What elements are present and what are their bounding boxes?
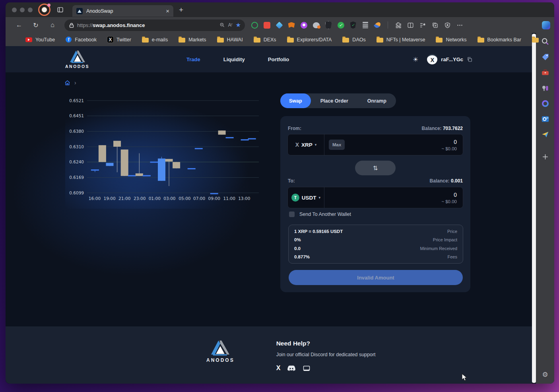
bookmark-bookmarks-bar[interactable]: Bookmarks Bar: [477, 37, 521, 43]
bookmark-label: HAWAI: [227, 37, 243, 43]
xrp-account-icon: X: [427, 54, 437, 64]
tab-close-icon[interactable]: ×: [166, 8, 169, 14]
detail-label: Minimum Received: [420, 246, 457, 251]
from-amount-input[interactable]: 0: [441, 139, 457, 145]
docs-book-icon[interactable]: [303, 365, 311, 372]
page-scrollbar[interactable]: [532, 33, 536, 384]
folder-icon: [287, 38, 294, 43]
nav-portfolio[interactable]: Portfolio: [268, 56, 289, 62]
to-amount-input[interactable]: 0: [441, 192, 457, 198]
scrollbar-thumb[interactable]: [532, 34, 536, 383]
url-text[interactable]: https://swap.anodos.finance: [77, 22, 216, 28]
detail-label: Price Impact: [433, 237, 457, 242]
zoom-out-icon[interactable]: [219, 22, 225, 28]
max-button[interactable]: Max: [329, 140, 345, 150]
discord-icon[interactable]: [287, 365, 296, 372]
bookmark-explorers-data[interactable]: Explorers/DATA: [287, 37, 332, 43]
nav-trade[interactable]: Trade: [186, 56, 200, 62]
sidebar-drop-icon[interactable]: [541, 130, 549, 139]
breadcrumb: ›: [64, 80, 76, 86]
bookmark-youtube[interactable]: YouTube: [25, 37, 55, 43]
green-refresh-extension-icon[interactable]: [250, 21, 258, 29]
send-to-another-wallet-checkbox[interactable]: [289, 212, 295, 217]
bookmark-label: e-mails: [152, 37, 168, 43]
gem-extension-icon[interactable]: [275, 21, 283, 29]
bookmark-dexs[interactable]: DEXs: [254, 37, 276, 43]
bookmark-twitter[interactable]: XTwitter: [107, 37, 131, 43]
from-token-selector[interactable]: X XRP ▾: [288, 134, 324, 155]
bookmark-markets[interactable]: Markets: [179, 37, 206, 43]
svg-text:0.6521: 0.6521: [69, 98, 84, 103]
split-screen-icon[interactable]: [406, 21, 414, 29]
tab-swap[interactable]: Swap: [280, 93, 311, 108]
home-icon[interactable]: ⌂: [48, 21, 57, 29]
minimize-window-button[interactable]: [20, 8, 25, 12]
browser-tab-anodoswap[interactable]: AnodoSwap ×: [72, 5, 173, 17]
favorites-list-icon[interactable]: [419, 21, 427, 29]
bookmark-hawai[interactable]: HAWAI: [217, 37, 243, 43]
sidebar-shopping-icon[interactable]: [541, 52, 549, 61]
shield-dark-extension-icon[interactable]: [324, 21, 332, 29]
theme-toggle-sun-icon[interactable]: ☀: [413, 56, 418, 63]
puzzle-icon[interactable]: [394, 21, 402, 29]
rabby-extension-icon[interactable]: [312, 21, 320, 29]
address-bar[interactable]: https://swap.anodos.finance Aʳ ★: [64, 19, 245, 31]
detail-label: Price: [447, 229, 457, 234]
flame-extension-icon[interactable]: [374, 21, 382, 29]
bookmark-daos[interactable]: DAOs: [342, 37, 365, 43]
favorite-star-icon[interactable]: ★: [236, 21, 241, 29]
sidebar-outlook-icon[interactable]: [541, 114, 549, 123]
zoom-window-button[interactable]: [28, 8, 33, 12]
sidebar-loop-icon[interactable]: [541, 99, 549, 108]
to-token-selector[interactable]: T USDT ▾: [288, 187, 324, 208]
svg-text:05:00: 05:00: [179, 196, 190, 201]
youtube-icon: [25, 37, 32, 42]
logo-wordmark: ANODOS: [65, 64, 89, 69]
browser-profile-avatar[interactable]: [38, 4, 50, 16]
sidebar-toolbox-icon[interactable]: [541, 68, 549, 77]
privacy-shield-icon[interactable]: [443, 21, 451, 29]
home-breadcrumb-icon[interactable]: [64, 80, 70, 86]
anodos-logo[interactable]: ANODOS: [65, 50, 89, 69]
sidebar-settings-gear-icon[interactable]: ⚙: [542, 371, 548, 379]
footer-logo-wordmark: ANODOS: [206, 357, 235, 363]
nav-liquidity[interactable]: Liquidity: [223, 56, 245, 62]
x-twitter-icon[interactable]: X: [276, 365, 281, 372]
folder-icon: [142, 38, 149, 43]
invalid-amount-button[interactable]: Invalid Amount: [289, 270, 463, 285]
sidebar-games-icon[interactable]: [541, 83, 549, 92]
main-nav: Trade Liquidity Portfolio: [186, 56, 289, 62]
sidebar-add-icon[interactable]: [541, 152, 549, 161]
copilot-icon[interactable]: [542, 21, 550, 29]
close-window-button[interactable]: [12, 8, 17, 12]
phantom-extension-icon[interactable]: [300, 21, 308, 29]
bookmark-label: Bookmarks Bar: [487, 37, 521, 43]
back-icon[interactable]: ←: [14, 21, 24, 29]
green-check-extension-icon[interactable]: ✓: [337, 21, 345, 29]
more-dots-icon[interactable]: [456, 21, 464, 29]
bookmark-nfts-metaverse[interactable]: NFTs | Metaverse: [377, 37, 425, 43]
red-app-extension-icon[interactable]: [263, 21, 271, 29]
tab-place-order[interactable]: Place Order: [311, 93, 358, 108]
bookmark-facebook[interactable]: fFacebook: [66, 37, 97, 43]
folder-icon: [179, 38, 185, 43]
new-tab-button[interactable]: +: [179, 6, 183, 14]
workspaces-icon[interactable]: [57, 6, 64, 13]
price-candlestick-chart[interactable]: 0.65210.64510.63800.63100.62400.61690.60…: [65, 95, 264, 209]
refresh-icon[interactable]: ↻: [31, 21, 41, 29]
sidebar-search-icon[interactable]: [541, 37, 549, 46]
swap-direction-button[interactable]: ⇅: [355, 161, 396, 175]
bookmark-networks[interactable]: Networks: [436, 37, 466, 43]
metamask-fox-extension-icon[interactable]: [287, 21, 295, 29]
bookmark-e-mails[interactable]: e-mails: [142, 37, 168, 43]
shield-check-extension-icon[interactable]: ✓: [349, 21, 357, 29]
wallet-chip[interactable]: X raF...YGc: [427, 54, 472, 64]
need-help-heading: Need Help?: [276, 340, 376, 347]
copy-address-icon[interactable]: [467, 56, 472, 62]
traffic-lights[interactable]: [12, 8, 33, 12]
list-lines-extension-icon[interactable]: [361, 21, 369, 29]
read-aloud-icon[interactable]: Aʳ: [228, 22, 233, 28]
chevron-right-icon: ›: [74, 80, 76, 86]
tab-onramp[interactable]: Onramp: [358, 93, 396, 108]
collections-icon[interactable]: [431, 21, 439, 29]
